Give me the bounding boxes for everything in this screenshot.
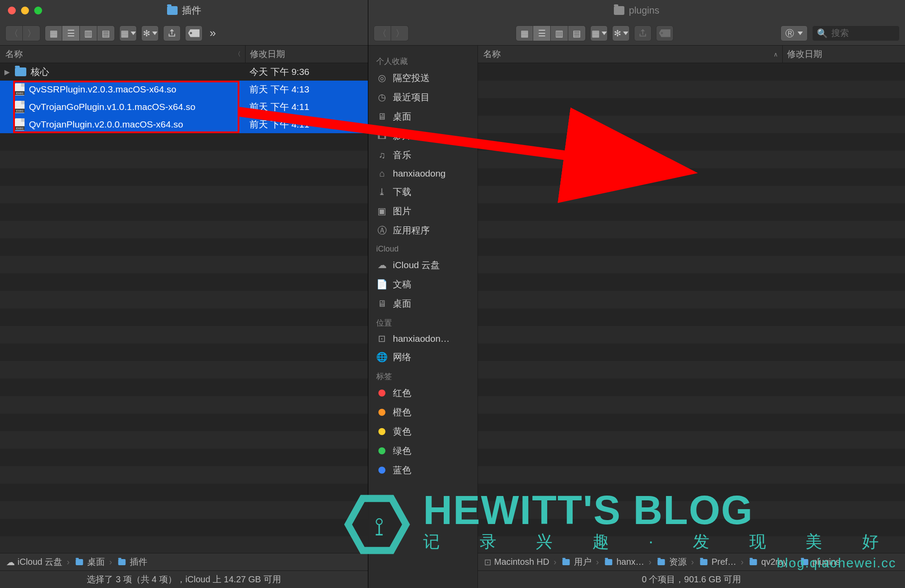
sidebar-tag-item[interactable]: 红色	[368, 383, 477, 403]
view-columns-button[interactable]: ▥	[80, 25, 97, 41]
zoom-icon[interactable]	[34, 7, 42, 14]
col-date-label[interactable]: 修改日期	[250, 48, 285, 60]
breadcrumb[interactable]: 用户	[561, 556, 591, 568]
sidebar-item[interactable]: ⊡hanxiaodon…	[368, 330, 477, 347]
tag-color-icon	[378, 390, 385, 397]
share-button[interactable]	[163, 25, 181, 41]
file-icon	[15, 101, 25, 113]
sidebar-item[interactable]: 🎞影片	[368, 126, 477, 145]
sidebar-tag-item[interactable]: 绿色	[368, 441, 477, 460]
titlebar[interactable]: plugins	[368, 0, 905, 21]
table-row[interactable]: QvSSRPlugin.v2.0.3.macOS-x64.so前天 下午 4:1…	[0, 81, 368, 98]
folder-icon	[614, 6, 624, 15]
path-bar: ☁iCloud 云盘›桌面›插件	[0, 553, 368, 570]
sidebar-item[interactable]: 📄文稿	[368, 275, 477, 294]
sidebar-item[interactable]: 🖥桌面	[368, 294, 477, 313]
disk-icon: ⊡	[376, 333, 388, 344]
group-button[interactable]: ▦	[590, 25, 608, 41]
sidebar-item[interactable]: ♫音乐	[368, 145, 477, 165]
share-button[interactable]	[634, 25, 652, 41]
breadcrumb[interactable]: 资源	[656, 556, 687, 568]
view-columns-button[interactable]: ▥	[551, 25, 568, 41]
sidebar-tag-item[interactable]: 蓝色	[368, 460, 477, 480]
tag-color-icon	[378, 467, 385, 474]
chevron-right-icon: ›	[554, 557, 557, 567]
sidebar-item-label: 文稿	[393, 278, 411, 290]
breadcrumb[interactable]: 插件	[117, 556, 147, 568]
folder-icon	[15, 67, 26, 76]
file-list[interactable]: ▶核心今天 下午 9:36QvSSRPlugin.v2.0.3.macOS-x6…	[0, 63, 368, 553]
folder-icon	[801, 559, 808, 565]
folder-icon	[167, 6, 178, 15]
view-list-button[interactable]: ☰	[533, 25, 551, 41]
table-row[interactable]: QvTrojanPlugin.v2.0.0.macOS-x64.so前天 下午 …	[0, 116, 368, 133]
cloud-icon: ☁	[6, 557, 15, 567]
close-icon[interactable]	[8, 7, 16, 14]
toolbar-overflow-button[interactable]: »	[207, 26, 218, 40]
doc-icon: 📄	[376, 279, 388, 290]
account-button[interactable]: Ⓡ	[780, 25, 808, 41]
view-gallery-button[interactable]: ▤	[568, 25, 586, 41]
globe-icon: 🌐	[376, 352, 388, 362]
tags-button[interactable]	[185, 25, 203, 41]
folder-icon	[118, 559, 125, 565]
tag-icon	[188, 29, 200, 37]
action-button[interactable]: ✻	[612, 25, 630, 41]
sidebar-item[interactable]: Ⓐ应用程序	[368, 221, 477, 240]
breadcrumb[interactable]: hanx…	[603, 557, 644, 567]
back-button[interactable]: 〈	[374, 25, 391, 41]
sort-caret-icon[interactable]: 〈	[235, 50, 241, 58]
view-gallery-button[interactable]: ▤	[97, 25, 115, 41]
sidebar-item[interactable]: ⌂hanxiaodong	[368, 165, 477, 182]
sidebar-item[interactable]: 🌐网络	[368, 347, 477, 367]
titlebar[interactable]: 插件	[0, 0, 368, 21]
sidebar-item[interactable]: ◎隔空投送	[368, 68, 477, 88]
breadcrumb[interactable]: ☁iCloud 云盘	[6, 556, 62, 568]
breadcrumb[interactable]: plugins	[799, 557, 840, 567]
chevron-right-icon: ›	[691, 557, 694, 567]
breadcrumb-label: 资源	[669, 556, 687, 568]
tags-button[interactable]	[656, 25, 673, 41]
table-row[interactable]: QvTrojanGoPlugin.v1.0.1.macOS-x64.so前天 下…	[0, 98, 368, 116]
sidebar-item[interactable]: ⤓下载	[368, 182, 477, 202]
table-row[interactable]: ▶核心今天 下午 9:36	[0, 63, 368, 81]
breadcrumb-label: iCloud 云盘	[18, 556, 62, 568]
view-list-button[interactable]: ☰	[62, 25, 80, 41]
view-icons-button[interactable]: ▦	[45, 25, 62, 41]
forward-button[interactable]: 〉	[391, 25, 409, 41]
file-list-empty[interactable]	[478, 63, 905, 553]
sort-caret-icon[interactable]: ∧	[773, 51, 778, 58]
breadcrumb[interactable]: ⊡Macintosh HD	[484, 557, 549, 567]
search-field[interactable]: 🔍	[812, 25, 900, 41]
sidebar-item[interactable]: ▣图片	[368, 202, 477, 221]
file-date: 前天 下午 4:11	[245, 118, 368, 131]
search-input[interactable]	[831, 28, 884, 38]
disk-icon: ⊡	[484, 557, 492, 567]
file-date: 前天 下午 4:13	[245, 83, 368, 96]
breadcrumb[interactable]: Pref…	[698, 557, 737, 567]
breadcrumb-label: Macintosh HD	[494, 557, 549, 567]
sidebar-tag-item[interactable]: 橙色	[368, 403, 477, 422]
col-date-label[interactable]: 修改日期	[787, 48, 822, 60]
action-button[interactable]: ✻	[141, 25, 159, 41]
sidebar-item[interactable]: ◷最近项目	[368, 88, 477, 107]
view-icons-button[interactable]: ▦	[516, 25, 533, 41]
group-button[interactable]: ▦	[119, 25, 137, 41]
sidebar-tag-item[interactable]: 黄色	[368, 422, 477, 441]
breadcrumb[interactable]: 桌面	[74, 556, 105, 568]
minimize-icon[interactable]	[21, 7, 29, 14]
breadcrumb[interactable]: qv2ray	[748, 557, 787, 567]
sidebar-item[interactable]: ☁iCloud 云盘	[368, 255, 477, 275]
forward-button[interactable]: 〉	[23, 25, 40, 41]
breadcrumb-label: qv2ray	[761, 557, 787, 567]
sidebar-item-label: 下载	[393, 186, 411, 198]
folder-icon	[605, 559, 613, 565]
sidebar-item[interactable]: 🖥桌面	[368, 107, 477, 126]
back-button[interactable]: 〈	[5, 25, 23, 41]
disclosure-icon[interactable]: ▶	[4, 68, 11, 76]
col-name-label[interactable]: 名称	[5, 48, 23, 60]
finder-window-left: 插件 〈 〉 ▦ ☰ ▥ ▤ ▦ ✻ » 名称〈 修改日期 ▶核心今天 下	[0, 0, 368, 588]
sidebar-item-label: 网络	[393, 351, 411, 363]
col-name-label[interactable]: 名称	[483, 48, 501, 60]
sidebar-item-label: hanxiaodon…	[393, 333, 450, 344]
